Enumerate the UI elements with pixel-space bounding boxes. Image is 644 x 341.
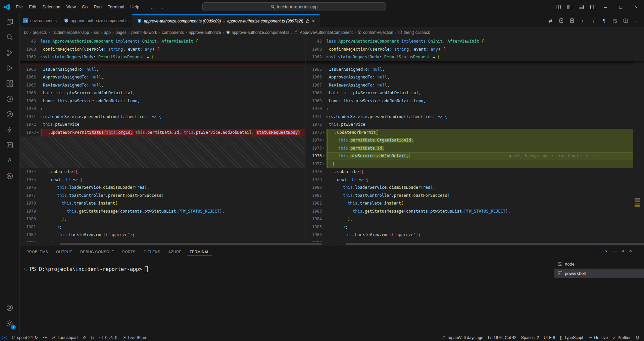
line-number[interactable]: 1977: [20, 192, 41, 200]
code-line[interactable]: 1983}: [20, 239, 305, 242]
code-line[interactable]: 1982this.backToView.emit('approve');: [20, 231, 305, 239]
maximize-panel-icon[interactable]: ∧: [622, 249, 625, 253]
line-number[interactable]: 1980: [20, 215, 41, 223]
extensions-icon[interactable]: [2, 76, 18, 91]
panel-tab-gitlens[interactable]: GITLENS: [141, 248, 163, 256]
code-line[interactable]: 1977this.toastController.presentToastFor…: [20, 192, 305, 200]
indentation-item[interactable]: Spaces: 2: [519, 334, 541, 341]
encoding-item[interactable]: UTF-8: [541, 334, 557, 341]
explorer-icon[interactable]: [2, 14, 18, 30]
line-number[interactable]: 1908: [20, 46, 41, 54]
diff-pane-original[interactable]: 45class ApproveAuthorizeComponent implem…: [20, 38, 305, 242]
code-line[interactable]: 1969Long: this.ptwService.addJobDetail.L…: [306, 97, 644, 105]
thunder-client-icon[interactable]: [2, 122, 18, 137]
breadcrumb-item[interactable]: pages: [115, 30, 127, 35]
code-line[interactable]: 1970};: [20, 105, 305, 113]
next-change-icon[interactable]: ↓: [590, 18, 596, 24]
line-number[interactable]: 1971: [20, 113, 41, 121]
breadcrumb-item[interactable]: confirmRejection: [357, 30, 393, 35]
remote-indicator[interactable]: ><: [0, 334, 9, 341]
swap-diff-sides-icon[interactable]: ⇄: [547, 18, 553, 24]
code-line[interactable]: 1981);: [20, 223, 305, 231]
line-number[interactable]: 1968: [306, 89, 327, 97]
code-line[interactable]: 1962const statusRequestBody: PermitStatu…: [306, 53, 644, 61]
code-line[interactable]: 1971this.loaderService.presentLoading().…: [306, 113, 644, 121]
more-actions-icon[interactable]: ⋯: [633, 18, 639, 24]
line-number[interactable]: 1969: [20, 97, 41, 105]
code-line[interactable]: 1986this.backToView.emit('approve');: [306, 231, 644, 239]
code-line[interactable]: 1966ApproverAssignedTo: null,: [306, 73, 644, 81]
code-line[interactable]: 1967ReviewerAssignedTo: null,: [306, 81, 644, 90]
line-number[interactable]: 1969: [306, 97, 327, 105]
line-number[interactable]: 1975: [20, 176, 41, 184]
code-line[interactable]: 1978.subscribe({: [306, 168, 644, 176]
code-line[interactable]: 1982this.translate.instant(: [306, 200, 644, 208]
code-line[interactable]: 1967ReviewerAssignedTo: null,: [20, 81, 305, 90]
line-number[interactable]: 1974+: [306, 136, 327, 145]
menu-file[interactable]: File: [13, 2, 26, 12]
code-line[interactable]: 1974.subscribe({: [20, 168, 305, 176]
breadcrumb-item[interactable]: incident-reporter-app: [52, 30, 89, 35]
code-line[interactable]: 1973−.updateWorkPermitStatus(this.orgId,…: [20, 129, 305, 137]
line-number[interactable]: 1967: [20, 81, 41, 90]
code-line[interactable]: 1984),: [306, 215, 644, 223]
line-number[interactable]: 45: [306, 38, 327, 46]
code-line[interactable]: 1987}: [306, 239, 644, 242]
menu-go[interactable]: Go: [79, 2, 91, 12]
line-number[interactable]: 1978: [306, 168, 327, 176]
source-control-icon[interactable]: [2, 45, 18, 60]
compass-icon[interactable]: [2, 107, 18, 122]
window-maximize-button[interactable]: □: [613, 0, 629, 14]
run-debug-icon[interactable]: [2, 60, 18, 76]
launchpad-item[interactable]: Launchpad: [49, 334, 80, 341]
language-mode-item[interactable]: {}TypeScript: [557, 334, 586, 341]
code-line[interactable]: 1975next: () => {: [20, 176, 305, 184]
line-number[interactable]: 1962: [306, 53, 327, 61]
panel-more-icon[interactable]: ⋯: [612, 248, 617, 253]
code-line[interactable]: 1962const statusRequestBody: PermitStatu…: [20, 53, 305, 61]
line-number[interactable]: 1973+: [306, 129, 327, 137]
w-circle-icon[interactable]: [2, 168, 18, 184]
breadcrumb-item[interactable]: permit-to-work: [131, 30, 157, 35]
breadcrumb-item[interactable]: ApproveAuthorizeComponent: [294, 30, 353, 35]
line-number[interactable]: 1966: [20, 73, 41, 81]
breadcrumb-item[interactable]: then() callback: [398, 30, 430, 35]
nav-back-icon[interactable]: ←: [150, 4, 155, 10]
code-line[interactable]: 1976this.loaderService.dismissLoader(res…: [20, 184, 305, 192]
breadcrumb-item[interactable]: D:: [24, 30, 28, 35]
prettier-item[interactable]: ✓Prettier: [610, 334, 633, 341]
line-number[interactable]: 1973−: [20, 129, 41, 137]
code-line[interactable]: 1972this.ptwService: [20, 121, 305, 129]
panel-tab-terminal[interactable]: TERMINAL: [187, 248, 212, 256]
line-number[interactable]: 1908: [306, 46, 327, 54]
panel-tab-debug-console[interactable]: DEBUG CONSOLE: [78, 248, 117, 256]
code-line[interactable]: 1979this.getStatusMessage(constants.ptwS…: [20, 208, 305, 216]
code-line[interactable]: 1980this.loaderService.dismissLoader(res…: [306, 184, 644, 192]
code-line[interactable]: 1977+): [306, 160, 644, 168]
code-line[interactable]: 1970};: [306, 105, 644, 113]
line-number[interactable]: 1986: [306, 231, 327, 239]
previous-change-file-icon[interactable]: [558, 18, 564, 24]
horizontal-scrollbar-right[interactable]: [346, 243, 644, 245]
breadcrumb-item[interactable]: app: [104, 30, 111, 35]
line-number[interactable]: 1972: [306, 121, 327, 129]
live-share-item[interactable]: Live Share: [120, 334, 150, 341]
line-number[interactable]: 1980: [306, 184, 327, 192]
code-line[interactable]: 1985);: [306, 223, 644, 231]
code-line[interactable]: 1968Lat: this.ptwService.addJobDetail.La…: [20, 89, 305, 97]
line-number[interactable]: 1968: [20, 89, 41, 97]
sticky-scroll[interactable]: 45class ApproveAuthorizeComponent implem…: [20, 38, 305, 61]
line-number[interactable]: 1983: [20, 239, 41, 242]
terminal-dropdown-icon[interactable]: ∨: [605, 249, 608, 253]
word-wrap-icon[interactable]: [612, 18, 618, 24]
code-line[interactable]: 1978this.translate.instant(: [20, 200, 305, 208]
menu-view[interactable]: View: [63, 2, 79, 12]
code-line[interactable]: 1965IssuerAssignedTo: null,: [20, 66, 305, 74]
breadcrumb-item[interactable]: projects: [33, 30, 47, 35]
line-number[interactable]: 1982: [306, 200, 327, 208]
diff-pane-modified[interactable]: 45class ApproveAuthorizeComponent implem…: [306, 38, 644, 242]
line-number[interactable]: 1984: [306, 215, 327, 223]
menu-help[interactable]: Help: [127, 2, 142, 12]
line-number[interactable]: 1962: [20, 53, 41, 61]
accounts-icon[interactable]: [2, 300, 18, 316]
